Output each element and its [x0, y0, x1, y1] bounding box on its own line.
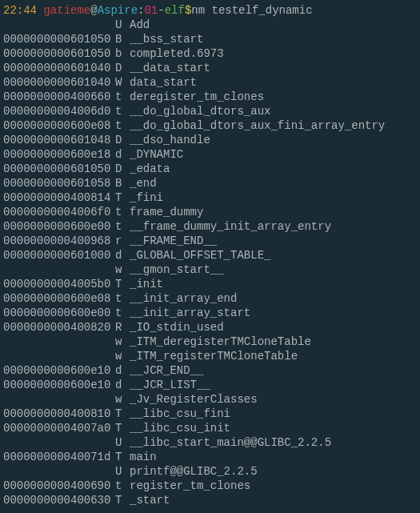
symbol-name: _end	[130, 176, 157, 190]
symbol-type: d	[115, 363, 130, 378]
symbol-row: 0000000000601000 d_GLOBAL_OFFSET_TABLE_	[3, 248, 417, 263]
symbol-name: __libc_csu_init	[130, 421, 230, 435]
symbol-address: 0000000000400820	[3, 320, 115, 335]
symbol-type: w	[115, 392, 130, 407]
symbol-name: __gmon_start__	[130, 263, 224, 277]
symbol-row: 0000000000601048 D__dso_handle	[3, 133, 417, 147]
nm-output: UAdd0000000000601050 B__bss_start0000000…	[3, 18, 417, 507]
symbol-address	[3, 435, 115, 450]
symbol-name: Add	[130, 18, 150, 32]
symbol-row: UAdd	[3, 18, 417, 32]
symbol-row: Uprintf@@GLIBC_2.2.5	[3, 464, 417, 479]
symbol-row: 0000000000400690 tregister_tm_clones	[3, 479, 417, 493]
symbol-name: _start	[130, 493, 170, 507]
symbol-type: T	[115, 277, 130, 291]
symbol-type: D	[115, 133, 130, 147]
symbol-address: 0000000000400968	[3, 234, 115, 248]
symbol-address: 0000000000400810	[3, 407, 115, 421]
symbol-name: __data_start	[130, 61, 210, 75]
symbol-address: 00000000004005b0	[3, 277, 115, 291]
symbol-row: 0000000000601040 Wdata_start	[3, 75, 417, 90]
symbol-address: 0000000000400690	[3, 479, 115, 493]
symbol-address: 0000000000601048	[3, 133, 115, 147]
prompt-command: nm testelf_dynamic	[191, 3, 312, 18]
symbol-row: 0000000000600e08 t__do_global_dtors_aux_…	[3, 118, 417, 133]
symbol-address: 0000000000600e00	[3, 219, 115, 234]
symbol-address: 0000000000400630	[3, 493, 115, 507]
symbol-row: 00000000004005b0 T_init	[3, 277, 417, 291]
symbol-type: d	[115, 378, 130, 392]
symbol-row: w__gmon_start__	[3, 263, 417, 277]
symbol-name: deregister_tm_clones	[130, 90, 264, 104]
symbol-name: completed.6973	[130, 46, 224, 61]
symbol-type: r	[115, 234, 130, 248]
symbol-row: 0000000000601040 D__data_start	[3, 61, 417, 75]
prompt-at: @	[90, 3, 97, 18]
terminal-prompt[interactable]: 22:44 gatieme @ Aspire : 01 - elf $ nm t…	[3, 3, 417, 18]
symbol-type: t	[115, 104, 130, 118]
symbol-name: __frame_dummy_init_array_entry	[130, 219, 331, 234]
symbol-name: printf@@GLIBC_2.2.5	[130, 464, 258, 479]
symbol-type: T	[115, 450, 130, 464]
symbol-address: 0000000000601050	[3, 162, 115, 176]
symbol-row: 0000000000601050 B__bss_start	[3, 32, 417, 46]
symbol-row: 00000000004006f0 tframe_dummy	[3, 205, 417, 219]
symbol-type: W	[115, 75, 130, 90]
symbol-row: 0000000000600e08 t__init_array_end	[3, 291, 417, 306]
symbol-row: 0000000000600e10 d__JCR_LIST__	[3, 378, 417, 392]
prompt-host: Aspire	[98, 3, 138, 18]
symbol-type: t	[115, 205, 130, 219]
symbol-name: _ITM_registerTMCloneTable	[130, 349, 298, 363]
symbol-name: __JCR_END__	[130, 363, 203, 378]
symbol-type: T	[115, 190, 130, 205]
symbol-address: 0000000000600e00	[3, 306, 115, 320]
symbol-name: main	[130, 450, 157, 464]
symbol-type: D	[115, 61, 130, 75]
symbol-type: U	[115, 435, 130, 450]
symbol-type: U	[115, 464, 130, 479]
symbol-name: data_start	[130, 75, 197, 90]
prompt-user: gatieme	[43, 3, 90, 18]
symbol-row: 0000000000600e00 t__frame_dummy_init_arr…	[3, 219, 417, 234]
symbol-name: __do_global_dtors_aux_fini_array_entry	[130, 118, 385, 133]
symbol-name: register_tm_clones	[130, 479, 250, 493]
symbol-row: 0000000000601050 D_edata	[3, 162, 417, 176]
symbol-row: 000000000040071d Tmain	[3, 450, 417, 464]
symbol-name: __libc_start_main@@GLIBC_2.2.5	[130, 435, 331, 450]
symbol-row: 00000000004006d0 t__do_global_dtors_aux	[3, 104, 417, 118]
symbol-name: _ITM_deregisterTMCloneTable	[130, 335, 311, 349]
symbol-name: _fini	[130, 190, 163, 205]
symbol-row: 0000000000400814 T_fini	[3, 190, 417, 205]
prompt-dollar: $	[185, 3, 191, 18]
prompt-time: 22:44	[3, 3, 37, 18]
symbol-type: b	[115, 46, 130, 61]
symbol-address: 0000000000600e10	[3, 378, 115, 392]
symbol-row: w_ITM_registerTMCloneTable	[3, 349, 417, 363]
symbol-name: _IO_stdin_used	[130, 320, 224, 335]
symbol-type: B	[115, 176, 130, 190]
symbol-row: 0000000000400630 T_start	[3, 493, 417, 507]
symbol-type: w	[115, 349, 130, 363]
symbol-row: 0000000000600e00 t__init_array_start	[3, 306, 417, 320]
symbol-type: U	[115, 18, 130, 32]
symbol-name: __do_global_dtors_aux	[130, 104, 270, 118]
symbol-address: 00000000004006f0	[3, 205, 115, 219]
symbol-address: 0000000000601050	[3, 32, 115, 46]
symbol-row: 0000000000400820 R_IO_stdin_used	[3, 320, 417, 335]
symbol-row: 0000000000400968 r__FRAME_END__	[3, 234, 417, 248]
symbol-address: 00000000004007a0	[3, 421, 115, 435]
symbol-address	[3, 263, 115, 277]
symbol-row: 00000000004007a0 T__libc_csu_init	[3, 421, 417, 435]
symbol-name: frame_dummy	[130, 205, 203, 219]
symbol-row: 0000000000400810 T__libc_csu_fini	[3, 407, 417, 421]
symbol-type: D	[115, 162, 130, 176]
symbol-name: __init_array_start	[130, 306, 250, 320]
symbol-name: __libc_csu_fini	[130, 407, 230, 421]
symbol-address: 0000000000600e10	[3, 363, 115, 378]
symbol-address	[3, 392, 115, 407]
symbol-row: w_Jv_RegisterClasses	[3, 392, 417, 407]
symbol-address: 0000000000600e08	[3, 291, 115, 306]
symbol-type: T	[115, 421, 130, 435]
symbol-address	[3, 18, 115, 32]
symbol-address: 0000000000400660	[3, 90, 115, 104]
